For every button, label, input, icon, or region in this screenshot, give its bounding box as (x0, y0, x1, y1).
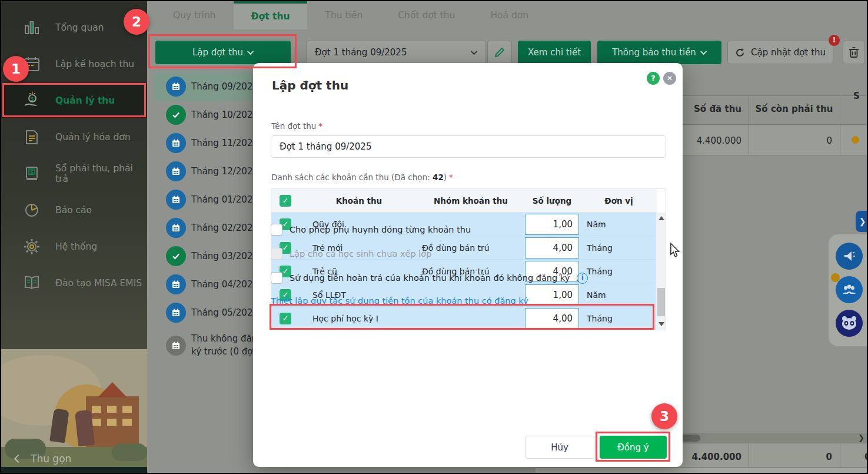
fee-unit: Tháng (581, 243, 657, 253)
sidebar-item-label: Quản lý thu (55, 95, 115, 106)
tab-dot-thu[interactable]: Đợt thu (234, 1, 308, 29)
checkbox[interactable] (271, 272, 282, 284)
pencil-icon (494, 47, 505, 58)
delete-period-button[interactable] (843, 41, 865, 64)
quantity-input[interactable] (525, 214, 579, 235)
fee-unit: Năm (581, 220, 657, 229)
chevron-down-icon (700, 48, 707, 55)
create-period-dropdown-button[interactable]: Lập đợt thu (155, 41, 291, 64)
fee-unit: Năm (581, 290, 657, 300)
notify-collection-dropdown-button[interactable]: Thông báo thu tiền (597, 41, 721, 64)
sidebar-item-quan-ly-thu[interactable]: $ Quản lý thu (1, 84, 147, 118)
month-item-01-2026[interactable]: Tháng 01/2026 ( (154, 185, 266, 214)
fee-list-label: Danh sách các khoản cần thu (Đã chọn: 42… (271, 173, 453, 182)
sidebar-item-he-thong[interactable]: Hệ thống (1, 230, 147, 264)
annotation-step-2: 2 (124, 9, 149, 35)
sidebar-item-dao-tao[interactable]: Đào tạo MISA EMIS (1, 266, 147, 300)
megaphone-icon (842, 249, 856, 263)
checkbox[interactable] (271, 248, 282, 260)
update-label: Cập nhật đợt thu (751, 47, 826, 58)
update-period-button[interactable]: Cập nhật đợt thu (727, 41, 833, 64)
quantity-input[interactable] (525, 308, 579, 329)
edit-period-button[interactable] (487, 41, 512, 64)
refresh-icon (735, 48, 745, 58)
fee-row-hoc-phi[interactable]: ✓ Học phí học kỳ I Tháng (271, 307, 657, 330)
scroll-down-arrow-icon[interactable] (659, 322, 664, 326)
month-item-10-2025[interactable]: Tháng 10/2025 ( (154, 101, 266, 129)
side-panel-expand-button[interactable]: ❯ (856, 211, 868, 232)
cancel-button[interactable]: Hủy (525, 436, 594, 459)
chatbot-button[interactable] (836, 310, 863, 337)
svg-text:$: $ (31, 96, 34, 102)
status-dot (852, 136, 859, 144)
month-item-05-2026[interactable]: Tháng 05/2026 ( (154, 299, 266, 327)
fee-unit: Tháng (581, 267, 657, 276)
chevron-down-icon (471, 48, 477, 55)
community-button[interactable] (836, 276, 863, 303)
sidebar-item-label: Đào tạo MISA EMIS (55, 278, 142, 289)
view-detail-button[interactable]: Xem chi tiết (518, 41, 591, 64)
confirm-button[interactable]: Đồng ý (600, 436, 667, 459)
close-icon[interactable]: ✕ (663, 72, 676, 85)
sidebar-item-quan-ly-hoa-don[interactable]: Quản lý hóa đơn (1, 120, 147, 154)
annotation-step-1: 1 (3, 56, 29, 82)
month-item-11-2025[interactable]: Tháng 11/2025 (2 (154, 129, 266, 157)
tab-quy-trinh[interactable]: Quy trình (155, 1, 234, 29)
fee-group: Đồ dùng bán trú (418, 243, 523, 253)
quantity-input[interactable] (525, 284, 579, 306)
month-item-03-2026[interactable]: Tháng 03/2026 (154, 242, 266, 270)
sidebar-item-label: Báo cáo (55, 205, 92, 216)
svg-text:$: $ (30, 170, 34, 175)
option-pay-individually[interactable]: Cho phép phụ huynh đóng từng khoản thu (271, 224, 471, 236)
month-item-09-2025[interactable]: Tháng 09/2025 ( (154, 72, 266, 101)
people-icon (842, 283, 857, 296)
checkbox[interactable] (271, 224, 282, 236)
sidebar-item-bao-cao[interactable]: Báo cáo (1, 193, 147, 227)
option-use-refund[interactable]: Sử dụng tiền hoàn trả của khoản thu khi … (271, 272, 588, 284)
help-icon[interactable]: ? (647, 72, 660, 85)
surplus-rule-link[interactable]: Thiết lập quy tắc sử dụng tiền tồn của k… (271, 296, 528, 306)
tab-thu-tien[interactable]: Thu tiền (307, 1, 380, 29)
col-header-nhom-khoan-thu: Nhóm khoản thu (418, 196, 523, 205)
calendar-icon (166, 190, 186, 210)
row-checkbox[interactable]: ✓ (280, 313, 291, 324)
sidebar-item-label: Hệ thống (55, 241, 97, 252)
col-header-khoan-thu: Khoản thu (300, 196, 418, 205)
option-unassigned-students[interactable]: Lập cho cả học sinh chưa xếp lớp (271, 248, 431, 260)
announcements-button[interactable] (836, 243, 863, 270)
scroll-up-arrow-icon[interactable] (659, 216, 664, 220)
sidebar-item-so-phai-thu[interactable]: $ Sổ phải thu, phải trả (1, 157, 147, 191)
sidebar-illustration (1, 349, 147, 467)
option-label: Lập cho cả học sinh chưa xếp lớp (290, 249, 431, 258)
select-all-checkbox[interactable]: ✓ (280, 195, 291, 207)
month-item-02-2026[interactable]: Tháng 02/2026 (154, 214, 266, 242)
open-book-icon (21, 273, 42, 294)
sidebar-item-label: Quản lý hóa đơn (55, 132, 131, 142)
hand-coin-icon: $ (21, 90, 42, 111)
period-name-input[interactable] (271, 135, 666, 158)
modal-title: Lập đợt thu (272, 78, 348, 92)
required-marker: * (318, 121, 322, 131)
sidebar-collapse-button[interactable]: Thu gọn (15, 453, 71, 465)
table-vertical-scrollbar[interactable] (656, 213, 666, 330)
month-item-12-2025[interactable]: Tháng 12/2025 ( (154, 157, 266, 185)
scroll-right-arrow-icon[interactable]: ❯ (858, 433, 864, 443)
month-item-04-2026[interactable]: Tháng 04/2026 (154, 270, 266, 299)
quantity-input[interactable] (525, 237, 579, 258)
view-detail-label: Xem chi tiết (528, 47, 581, 58)
tab-chot-dot-thu[interactable]: Chốt đợt thu (380, 1, 473, 29)
cell-so-con-phai-thu: 0 (794, 135, 832, 146)
tab-hoa-don[interactable]: Hoá đơn (473, 1, 546, 29)
calendar-icon (166, 218, 186, 238)
scrollbar-thumb[interactable] (657, 288, 665, 316)
info-icon[interactable]: i (577, 273, 588, 284)
month-item-unregistered[interactable]: Thu không đăng ký trước (0 đợt) (154, 327, 266, 364)
required-marker: * (449, 173, 453, 182)
col-header-so-con-phai-thu: Số còn phải thu (754, 104, 834, 114)
update-alert-badge: ! (829, 35, 840, 46)
calendar-icon (166, 77, 186, 97)
period-select[interactable]: Đợt 1 tháng 09/2025 (306, 41, 486, 64)
sidebar-item-label: Sổ phải thu, phải trả (55, 163, 147, 184)
calendar-icon (166, 274, 186, 294)
calendar-icon (166, 303, 186, 323)
